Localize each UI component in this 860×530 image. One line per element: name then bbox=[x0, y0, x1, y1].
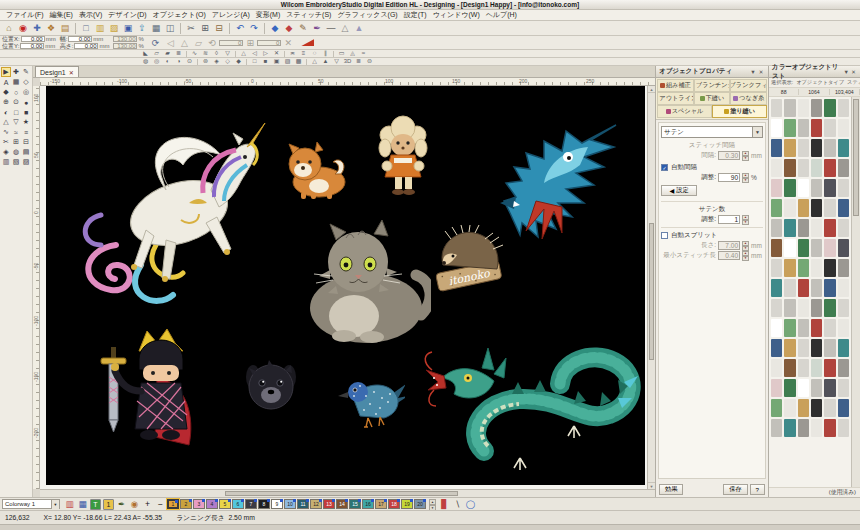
fill-bucket-icon[interactable]: ◉ bbox=[129, 499, 140, 510]
grade-tool-icon[interactable]: ▲ bbox=[353, 22, 365, 34]
satin-stitch-icon[interactable]: ◊ bbox=[212, 50, 221, 57]
design-shiba-dog[interactable] bbox=[281, 140, 351, 200]
color-object-thumbnail[interactable] bbox=[824, 139, 835, 157]
effect-tool-icon[interactable]: ◇ bbox=[223, 58, 232, 65]
color-swatch-13[interactable]: 13 bbox=[323, 499, 335, 509]
color-object-thumbnail[interactable] bbox=[771, 379, 782, 397]
color-object-thumbnail[interactable] bbox=[811, 399, 822, 417]
color-object-thumbnail[interactable] bbox=[838, 179, 849, 197]
color-object-thumbnail[interactable] bbox=[824, 279, 835, 297]
color-object-thumbnail[interactable] bbox=[798, 379, 809, 397]
color-object-thumbnail[interactable] bbox=[798, 399, 809, 417]
stitch-tool-icon[interactable]: ≡ bbox=[299, 50, 308, 57]
design-canvas[interactable]: itonoko bbox=[40, 86, 647, 489]
effect-tool-icon[interactable]: ◆ bbox=[234, 58, 243, 65]
color-object-thumbnail[interactable] bbox=[771, 399, 782, 417]
effect-tool-icon[interactable]: ▣ bbox=[272, 58, 281, 65]
tab-組み補正[interactable]: 組み補正 bbox=[657, 79, 694, 92]
menu-item[interactable]: 変形(M) bbox=[253, 10, 284, 20]
color-object-thumbnail[interactable] bbox=[798, 219, 809, 237]
color-object-thumbnail[interactable] bbox=[771, 139, 782, 157]
stitch-tool-icon[interactable]: ▰ bbox=[163, 50, 172, 57]
design-hedgehog-banner[interactable]: itonoko bbox=[431, 225, 506, 295]
color-swatch-6[interactable]: 6 bbox=[232, 499, 244, 509]
design-poodle-girl[interactable] bbox=[371, 115, 436, 200]
pos-y-input[interactable]: 0.00 bbox=[20, 43, 44, 49]
menu-item[interactable]: スティッチ(S) bbox=[283, 10, 334, 20]
pan-tool-icon[interactable]: ❖ bbox=[45, 22, 57, 34]
quick-access-icon[interactable]: ✚ bbox=[31, 22, 43, 34]
run-stitch-icon[interactable]: ∿ bbox=[190, 50, 199, 57]
color-swatch-1[interactable]: 1 bbox=[167, 499, 179, 509]
product-visualizer-icon[interactable]: T bbox=[90, 499, 101, 510]
color-object-thumbnail[interactable] bbox=[771, 359, 782, 377]
color-object-thumbnail[interactable] bbox=[824, 339, 835, 357]
dropdown-arrow-icon[interactable]: ▼ bbox=[752, 127, 762, 137]
save-button[interactable]: 保存 bbox=[723, 484, 747, 495]
color-object-thumbnail[interactable] bbox=[838, 299, 849, 317]
color-object-thumbnail[interactable] bbox=[811, 239, 822, 257]
print-icon[interactable]: ▦ bbox=[150, 22, 162, 34]
color-object-thumbnail[interactable] bbox=[798, 339, 809, 357]
menu-item[interactable]: 編集(E) bbox=[47, 10, 76, 20]
tab-塗り縫い[interactable]: 塗り縫い bbox=[712, 105, 767, 118]
color-swatch-9[interactable]: 9 bbox=[271, 499, 283, 509]
cut-icon[interactable]: ✂ bbox=[185, 22, 197, 34]
wedge-tool-icon[interactable]: ▽ bbox=[11, 117, 21, 127]
color-object-thumbnail[interactable] bbox=[784, 419, 795, 437]
color-object-thumbnail[interactable] bbox=[824, 379, 835, 397]
length-input[interactable]: 7.00 bbox=[718, 241, 740, 250]
color-object-thumbnail[interactable] bbox=[771, 339, 782, 357]
effect-tool-icon[interactable]: ⊙ bbox=[185, 58, 194, 65]
color-swatch-15[interactable]: 15 bbox=[349, 499, 361, 509]
rotate-icon[interactable]: ⟳ bbox=[152, 38, 160, 48]
stitch-tool-icon[interactable]: ≍ bbox=[288, 50, 297, 57]
triangle-tool-icon[interactable]: △ bbox=[1, 117, 11, 127]
auto-spacing-checkbox[interactable]: ✓ bbox=[661, 164, 668, 171]
stitch-tool-icon[interactable]: ▷ bbox=[261, 50, 270, 57]
star-tool-icon[interactable]: ★ bbox=[21, 117, 31, 127]
tab-ブランチング[interactable]: ブランチング bbox=[694, 79, 731, 92]
effect-tool-icon[interactable]: ◐ bbox=[163, 58, 172, 65]
print-preview-icon[interactable]: ◫ bbox=[164, 22, 176, 34]
color-object-thumbnail[interactable] bbox=[784, 159, 795, 177]
color-swatch-12[interactable]: 12 bbox=[310, 499, 322, 509]
color-object-thumbnail[interactable] bbox=[824, 319, 835, 337]
effect-tool-icon[interactable]: ⊜ bbox=[365, 58, 374, 65]
panel-pin-icon[interactable]: ▼ bbox=[843, 69, 850, 75]
stitch-type-dropdown[interactable]: サテン ▼ bbox=[661, 126, 763, 138]
brush-tool-icon[interactable]: ✒ bbox=[311, 22, 323, 34]
color-object-thumbnail[interactable] bbox=[811, 219, 822, 237]
min-stitch-input[interactable]: 0.40 bbox=[718, 251, 740, 260]
design-fluffy-cat[interactable] bbox=[296, 220, 431, 345]
palette-scroll-spinner[interactable]: ▲▼ bbox=[429, 499, 436, 510]
open-recent-icon[interactable]: ▨ bbox=[108, 22, 120, 34]
stitch-angle-icon[interactable] bbox=[301, 39, 314, 46]
knife-tool-icon[interactable]: ✂ bbox=[1, 137, 11, 147]
color-object-thumbnail[interactable] bbox=[824, 359, 835, 377]
scroll-up-icon[interactable]: ▲ bbox=[648, 86, 655, 93]
tatami-fill-icon[interactable]: ▽ bbox=[223, 50, 232, 57]
menu-item[interactable]: アレンジ(A) bbox=[209, 10, 253, 20]
effect-tool-icon[interactable]: ⊚ bbox=[201, 58, 210, 65]
color-object-thumbnail[interactable] bbox=[784, 139, 795, 157]
scale-x-input[interactable]: 130.00 bbox=[113, 36, 137, 42]
color-object-thumbnail[interactable] bbox=[771, 199, 782, 217]
design-unicorn-pegasus[interactable] bbox=[61, 95, 271, 310]
tab-close-icon[interactable]: ✕ bbox=[69, 69, 74, 76]
color-swatch-20[interactable]: 20 bbox=[414, 499, 426, 509]
color-swatch-14[interactable]: 14 bbox=[336, 499, 348, 509]
color-object-thumbnail[interactable] bbox=[798, 179, 809, 197]
color-object-thumbnail[interactable] bbox=[838, 99, 849, 117]
color-object-thumbnail[interactable] bbox=[771, 239, 782, 257]
duplicate-icon[interactable]: ⊞ bbox=[244, 37, 256, 49]
color-object-thumbnail[interactable] bbox=[784, 279, 795, 297]
wilcom-logo-icon[interactable]: ◉ bbox=[17, 22, 29, 34]
split-tool-icon[interactable]: ⊟ bbox=[21, 137, 31, 147]
penetration-tool-icon[interactable]: ⊙ bbox=[11, 97, 21, 107]
design-speckled-bird[interactable] bbox=[336, 370, 405, 430]
copy-icon[interactable]: ⊞ bbox=[199, 22, 211, 34]
color-object-thumbnail[interactable] bbox=[838, 239, 849, 257]
layout-tool-icon[interactable]: ▤ bbox=[21, 147, 31, 157]
effect-tool-icon[interactable]: ▨ bbox=[283, 58, 292, 65]
